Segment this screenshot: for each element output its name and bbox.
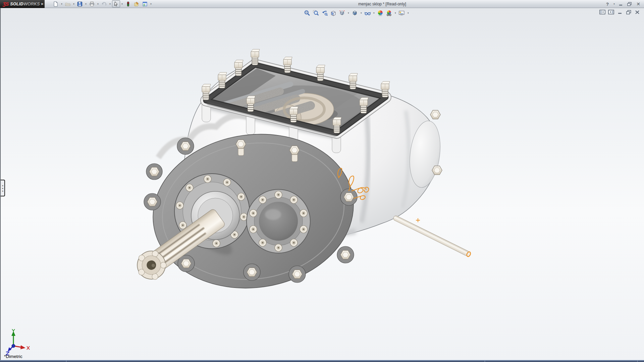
- help-button[interactable]: ?: [604, 1, 611, 7]
- zoom-to-fit-button[interactable]: [303, 9, 311, 17]
- minimize-document-button[interactable]: [616, 9, 623, 15]
- view-orientation-dropdown[interactable]: ▾: [347, 12, 350, 14]
- view-settings-icon: [386, 10, 392, 16]
- traffic-light-icon: [125, 1, 131, 7]
- close-icon: ✕: [636, 1, 640, 7]
- solidworks-logo-mark: ƷS: [3, 1, 8, 7]
- collapse-left-pane-icon: [599, 10, 605, 14]
- sketch-point-marker[interactable]: [416, 218, 420, 222]
- brand-solid: SOLID: [10, 2, 23, 6]
- close-document-icon: [635, 10, 640, 14]
- edit-appearance-icon: [134, 1, 139, 7]
- triad-y-label: [12, 329, 15, 333]
- window-controls: ? ▾ ✕: [604, 0, 642, 8]
- status-separator: [485, 360, 485, 362]
- open-button[interactable]: [64, 0, 72, 7]
- restore-document-button[interactable]: [625, 9, 632, 15]
- view-settings-button[interactable]: [385, 9, 393, 17]
- menu-flyout-arrow[interactable]: ▶: [40, 0, 45, 8]
- save-floppy-icon: [77, 1, 83, 7]
- main-toolbar: ▾ ▾ ▾ ▾ ▾ ▾ ▾: [52, 0, 153, 7]
- collapse-arrow-icon: ◂: [2, 184, 3, 187]
- zoom-to-area-button[interactable]: [312, 9, 320, 17]
- save-dropdown[interactable]: ▾: [84, 3, 88, 5]
- help-icon: ?: [606, 2, 609, 7]
- image-options-dropdown[interactable]: ▾: [407, 12, 410, 14]
- undo-button[interactable]: [100, 0, 108, 7]
- hide-show-items-button[interactable]: [364, 9, 372, 17]
- reference-triad[interactable]: [6, 329, 30, 355]
- restore-button[interactable]: [626, 1, 633, 7]
- document-window-controls: [599, 9, 641, 15]
- new-document-button[interactable]: [52, 0, 60, 7]
- status-bar: [0, 360, 644, 362]
- zoom-to-fit-icon: [304, 10, 311, 16]
- collapse-left-pane-button[interactable]: [599, 9, 606, 15]
- select-tool-button[interactable]: [112, 0, 120, 7]
- display-style-dropdown[interactable]: ▾: [360, 12, 363, 14]
- view-settings-dropdown[interactable]: ▾: [394, 12, 397, 14]
- options-dropdown[interactable]: ▾: [149, 3, 153, 5]
- print-button[interactable]: [88, 0, 96, 7]
- new-dropdown[interactable]: ▾: [60, 3, 63, 5]
- status-separator: [66, 360, 66, 362]
- collapse-right-pane-button[interactable]: [608, 9, 614, 15]
- new-document-icon: [53, 1, 58, 7]
- restore-icon: [627, 2, 632, 6]
- display-style-button[interactable]: [351, 9, 359, 17]
- minimize-icon: [619, 2, 623, 6]
- options-button[interactable]: [141, 0, 149, 7]
- view-orientation-button[interactable]: [338, 9, 346, 17]
- image-options-icon: [398, 10, 405, 16]
- zoom-to-area-icon: [313, 10, 319, 16]
- close-button[interactable]: ✕: [635, 1, 642, 7]
- previous-view-button[interactable]: [321, 9, 329, 17]
- minimize-document-icon: [618, 10, 622, 14]
- apply-scene-button[interactable]: [376, 9, 384, 17]
- undo-dropdown[interactable]: ▾: [108, 3, 112, 5]
- window-title: menjac sklop * [Read-only]: [358, 0, 406, 8]
- headsup-view-toolbar: ▾ ▾ ▾ ▾ ▾: [303, 9, 410, 17]
- open-dropdown[interactable]: ▾: [72, 3, 75, 5]
- select-dropdown[interactable]: ▾: [120, 3, 124, 5]
- interference-check-button[interactable]: [124, 0, 132, 7]
- solidworks-logo[interactable]: ƷS SOLIDWORKS ▶: [0, 0, 40, 8]
- options-checklist-icon: [142, 1, 148, 7]
- undo-icon: [101, 1, 107, 7]
- open-folder-icon: [65, 1, 70, 7]
- help-dropdown[interactable]: ▾: [612, 3, 616, 5]
- close-document-button[interactable]: [634, 9, 641, 15]
- view-orientation-icon: [339, 10, 345, 16]
- previous-view-icon: [321, 10, 328, 16]
- feature-tree-splitter-tab[interactable]: ◂ ◂ ◂: [1, 180, 5, 196]
- collapse-arrow-icon: ◂: [2, 190, 3, 192]
- brand-works: WORKS: [23, 2, 40, 6]
- print-dropdown[interactable]: ▾: [96, 3, 100, 5]
- collapse-right-pane-icon: [608, 10, 614, 14]
- triad-x-label: [27, 346, 30, 350]
- apply-scene-icon: [377, 10, 384, 16]
- view-orientation-label: *Dimetric: [4, 354, 22, 359]
- restore-document-icon: [626, 10, 631, 14]
- minimize-button[interactable]: [617, 1, 625, 7]
- save-button[interactable]: [76, 0, 84, 7]
- output-bearing-cover[interactable]: [247, 189, 310, 253]
- hide-show-glasses-icon: [364, 10, 371, 16]
- title-bar: ƷS SOLIDWORKS ▶ ▾ ▾ ▾ ▾ ▾ ▾ ▾ men: [0, 0, 644, 8]
- display-style-icon: [352, 10, 358, 16]
- hide-show-dropdown[interactable]: ▾: [372, 12, 376, 14]
- edit-appearance-button[interactable]: [132, 0, 141, 7]
- select-cursor-icon: [113, 1, 119, 7]
- flyout-arrow-icon: ▶: [41, 2, 43, 5]
- image-options-button[interactable]: [398, 9, 406, 17]
- selector-rod[interactable]: [393, 215, 471, 257]
- section-view-icon: [330, 10, 337, 16]
- status-separator: [637, 360, 638, 362]
- section-view-button[interactable]: [329, 9, 337, 17]
- collapse-arrow-icon: ◂: [2, 187, 3, 189]
- print-icon: [89, 1, 95, 7]
- gearbox-assembly-model[interactable]: [1, 8, 644, 360]
- graphics-area[interactable]: ▾ ▾ ▾ ▾ ▾: [0, 8, 644, 360]
